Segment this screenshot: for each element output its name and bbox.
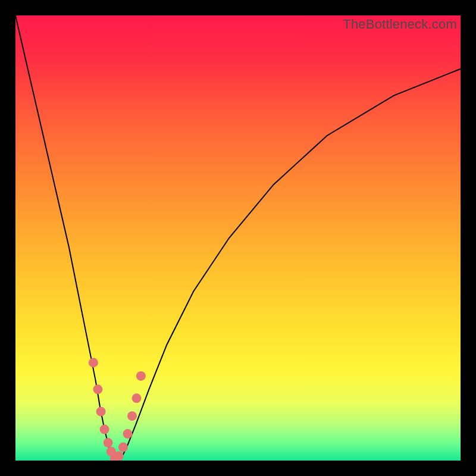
chart-svg	[15, 15, 461, 461]
bottleneck-curve	[15, 15, 461, 461]
data-point-marker	[118, 443, 128, 452]
outer-frame: TheBottleneck.com	[0, 0, 476, 476]
data-point-marker	[89, 358, 98, 367]
data-point-marker	[114, 452, 124, 461]
data-point-marker	[104, 438, 113, 447]
data-point-marker	[96, 407, 106, 416]
plot-area: TheBottleneck.com	[15, 15, 461, 461]
marker-group	[89, 358, 146, 461]
data-point-marker	[123, 429, 133, 439]
data-point-marker	[100, 425, 109, 434]
data-point-marker	[136, 371, 146, 381]
data-point-marker	[93, 384, 102, 394]
data-point-marker	[132, 393, 142, 403]
data-point-marker	[127, 411, 137, 421]
